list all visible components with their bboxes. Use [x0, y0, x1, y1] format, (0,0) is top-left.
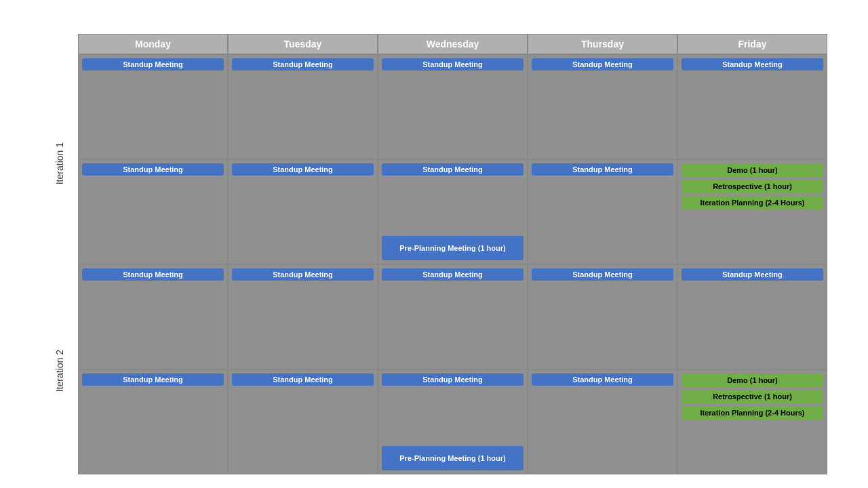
standup-event: Standup Meeting	[532, 163, 673, 176]
standup-event: Standup Meeting	[682, 268, 823, 281]
row-labels: Iteration 1Iteration 2	[41, 34, 78, 474]
day-cell-0-0-0: Standup Meeting	[78, 54, 228, 159]
preplanning-event: Pre-Planning Meeting (1 hour)	[382, 446, 524, 470]
standup-event: Standup Meeting	[382, 163, 524, 176]
green-event: Retrospective (1 hour)	[682, 180, 823, 193]
calendar-grid: MondayTuesdayWednesdayThursdayFridayStan…	[78, 34, 827, 474]
header-cell-monday: Monday	[78, 34, 228, 54]
iteration-label-0: Iteration 1	[54, 142, 65, 184]
calendar-wrapper: Iteration 1Iteration 2 MondayTuesdayWedn…	[41, 34, 827, 474]
iteration-label-1: Iteration 2	[54, 350, 65, 392]
week-row-0-1: Standup MeetingStandup MeetingStandup Me…	[78, 159, 827, 264]
iteration-block-0: Standup MeetingStandup MeetingStandup Me…	[78, 54, 827, 264]
day-cell-0-0-4: Standup Meeting	[677, 54, 827, 159]
standup-event: Standup Meeting	[532, 373, 673, 386]
day-cell-1-0-0: Standup Meeting	[78, 264, 228, 369]
header-cell-wednesday: Wednesday	[378, 34, 528, 54]
week-row-1-1: Standup MeetingStandup MeetingStandup Me…	[78, 369, 827, 474]
standup-event: Standup Meeting	[232, 268, 374, 281]
week-row-0-0: Standup MeetingStandup MeetingStandup Me…	[78, 54, 827, 159]
standup-event: Standup Meeting	[232, 163, 374, 176]
standup-event: Standup Meeting	[82, 268, 224, 281]
day-cell-0-1-0: Standup Meeting	[78, 159, 228, 264]
day-cell-1-1-0: Standup Meeting	[78, 369, 228, 474]
standup-event: Standup Meeting	[232, 58, 374, 70]
day-cell-0-1-3: Standup Meeting	[528, 159, 677, 264]
day-cell-1-1-2: Standup MeetingPre-Planning Meeting (1 h…	[378, 369, 528, 474]
standup-event: Standup Meeting	[82, 163, 224, 176]
day-cell-1-1-1: Standup Meeting	[228, 369, 378, 474]
green-event: Iteration Planning (2-4 Hours)	[682, 196, 823, 209]
day-cell-0-1-1: Standup Meeting	[228, 159, 378, 264]
week-row-1-0: Standup MeetingStandup MeetingStandup Me…	[78, 264, 827, 369]
standup-event: Standup Meeting	[82, 373, 224, 386]
standup-event: Standup Meeting	[382, 373, 524, 386]
day-cell-0-0-3: Standup Meeting	[528, 54, 677, 159]
standup-event: Standup Meeting	[532, 58, 673, 70]
day-cell-1-0-2: Standup Meeting	[378, 264, 528, 369]
header-row: MondayTuesdayWednesdayThursdayFriday	[78, 34, 827, 54]
standup-event: Standup Meeting	[82, 58, 224, 70]
standup-event: Standup Meeting	[532, 268, 673, 281]
header-cell-friday: Friday	[677, 34, 827, 54]
row-label-group-1: Iteration 2	[41, 267, 78, 474]
day-cell-1-0-1: Standup Meeting	[228, 264, 378, 369]
green-event: Iteration Planning (2-4 Hours)	[682, 406, 823, 420]
header-cell-thursday: Thursday	[528, 34, 677, 54]
row-label-group-0: Iteration 1	[41, 60, 78, 267]
day-cell-1-0-3: Standup Meeting	[528, 264, 677, 369]
standup-event: Standup Meeting	[682, 58, 823, 70]
day-cell-1-1-4: Demo (1 hour)Retrospective (1 hour)Itera…	[677, 369, 827, 474]
day-cell-0-1-4: Demo (1 hour)Retrospective (1 hour)Itera…	[677, 159, 827, 264]
green-event: Demo (1 hour)	[682, 373, 823, 387]
header-cell-tuesday: Tuesday	[228, 34, 378, 54]
preplanning-event: Pre-Planning Meeting (1 hour)	[382, 236, 524, 260]
day-cell-1-0-4: Standup Meeting	[677, 264, 827, 369]
standup-event: Standup Meeting	[382, 58, 524, 70]
standup-event: Standup Meeting	[382, 268, 524, 281]
day-cell-0-0-1: Standup Meeting	[228, 54, 378, 159]
standup-event: Standup Meeting	[232, 373, 374, 386]
iteration-block-1: Standup MeetingStandup MeetingStandup Me…	[78, 264, 827, 474]
day-cell-1-1-3: Standup Meeting	[528, 369, 677, 474]
day-cell-0-0-2: Standup Meeting	[378, 54, 528, 159]
day-cell-0-1-2: Standup MeetingPre-Planning Meeting (1 h…	[378, 159, 528, 264]
green-event: Demo (1 hour)	[682, 163, 823, 177]
green-event: Retrospective (1 hour)	[682, 390, 823, 403]
